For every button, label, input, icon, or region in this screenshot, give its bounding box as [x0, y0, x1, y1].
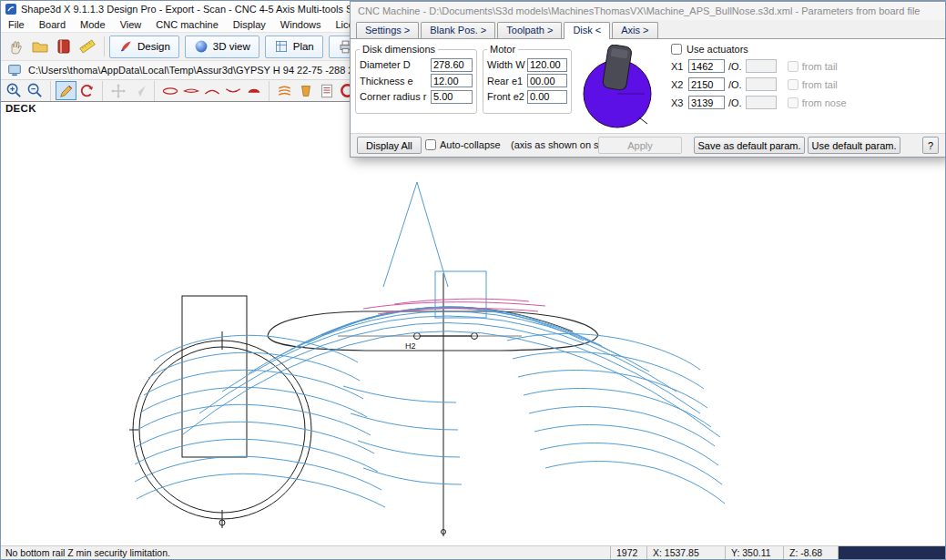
actuators-section: Use actuators X1 /O. from tail X2 /O. [671, 44, 847, 109]
sphere-icon [194, 39, 209, 54]
x1-from-tail-label: from tail [802, 61, 838, 72]
disk-dimensions-legend: Disk dimensions [360, 44, 438, 55]
corner-radius-field[interactable] [431, 90, 473, 104]
zoom-in-icon[interactable] [4, 81, 25, 100]
rotate-icon[interactable] [76, 81, 97, 100]
x3-from-nose-checkbox: from nose [788, 97, 847, 108]
save-default-button[interactable]: Save as default param. [694, 137, 805, 154]
tab-blank-pos[interactable]: Blank Pos. > [421, 22, 495, 38]
x2-offset-field [746, 77, 777, 91]
menu-display[interactable]: Display [226, 18, 273, 31]
toolbar-separator [154, 81, 155, 101]
x2-label: X2 [671, 79, 685, 90]
pencil-icon[interactable] [56, 81, 76, 100]
x3-offset-field [746, 96, 777, 109]
x3-field[interactable] [688, 96, 725, 109]
slices-icon[interactable] [274, 81, 295, 100]
tab-settings[interactable]: Settings > [356, 22, 419, 38]
spec-sheet-icon[interactable] [316, 81, 337, 100]
design-button[interactable]: Design [109, 36, 179, 58]
width-field[interactable] [527, 58, 567, 72]
disk-dimensions-group: Disk dimensions Diameter D Thickness e C… [355, 44, 477, 114]
x1-from-tail-box [788, 61, 799, 72]
plan-button[interactable]: Plan [265, 36, 323, 58]
x2-field[interactable] [688, 77, 725, 91]
x2-separator: /O. [728, 79, 742, 90]
corner-radius-label: Corner radius r [360, 91, 426, 102]
status-z-coordinate: Z: -8.68 [783, 546, 838, 559]
x3-from-nose-box [788, 97, 799, 108]
thickness-label: Thickness e [360, 76, 413, 87]
rocker-view-icon[interactable] [201, 81, 222, 100]
menu-cnc-machine[interactable]: CNC machine [148, 18, 225, 31]
tab-axis[interactable]: Axis > [612, 22, 657, 38]
menu-view[interactable]: View [113, 18, 149, 31]
tab-disk[interactable]: Disk < [564, 22, 610, 39]
plan-icon [274, 39, 289, 54]
x1-from-tail-checkbox: from tail [788, 61, 838, 72]
folder-icon[interactable] [28, 35, 52, 58]
auto-collapse-label: Auto-collapse [440, 139, 501, 150]
width-label: Width W [487, 59, 525, 70]
rear-e1-label: Rear e1 [487, 76, 523, 87]
diameter-field[interactable] [431, 58, 473, 72]
menu-board[interactable]: Board [32, 18, 73, 31]
x1-separator: /O. [728, 61, 742, 72]
auto-collapse-box[interactable] [425, 139, 436, 150]
zoom-out-icon[interactable] [25, 81, 46, 100]
thickness-field[interactable] [431, 74, 473, 87]
arc-view-icon[interactable] [222, 81, 243, 100]
board-drawing: H2 [1, 102, 945, 545]
app-icon [5, 4, 16, 15]
diameter-label: Diameter D [360, 59, 411, 70]
halfmoon-icon[interactable] [243, 81, 264, 100]
use-actuators-label: Use actuators [687, 44, 748, 55]
disk-preview-image [579, 45, 656, 130]
hand-icon[interactable] [5, 35, 28, 58]
display-all-button[interactable]: Display All [357, 137, 422, 154]
help-button[interactable]: ? [922, 137, 939, 154]
status-x-coordinate: X: 1537.85 [646, 546, 725, 559]
x2-from-tail-label: from tail [802, 79, 838, 90]
menu-mode[interactable]: Mode [73, 18, 113, 31]
use-actuators-box[interactable] [671, 44, 682, 55]
actuator-row-x3: X3 /O. from nose [671, 96, 847, 109]
status-count: 1972 [610, 546, 646, 559]
tab-toolpath[interactable]: Toolpath > [497, 22, 562, 38]
plane-icon [128, 81, 149, 100]
view-label: DECK [5, 103, 36, 114]
dialog-titlebar: CNC Machine - D:\Documents\S3d models\Ma… [351, 2, 946, 20]
computer-icon [6, 62, 23, 78]
x1-field[interactable] [688, 59, 725, 73]
notebook-icon[interactable] [52, 35, 76, 58]
design-canvas[interactable]: H2 [1, 101, 945, 545]
profile-view-icon[interactable] [180, 81, 201, 100]
cup-icon[interactable] [295, 81, 316, 100]
actuator-row-x1: X1 /O. from tail [671, 59, 847, 73]
x2-from-tail-checkbox: from tail [788, 79, 838, 90]
motor-legend: Motor [487, 44, 518, 55]
auto-collapse-checkbox[interactable]: Auto-collapse [425, 139, 501, 150]
dimension-label: H2 [405, 341, 416, 351]
design-button-label: Design [137, 41, 170, 52]
front-e2-field[interactable] [527, 90, 567, 104]
menu-windows[interactable]: Windows [273, 18, 329, 31]
x2-from-tail-box [788, 79, 799, 90]
use-actuators-checkbox[interactable]: Use actuators [671, 44, 847, 55]
status-filler [838, 546, 945, 559]
toolbar-separator [104, 36, 105, 56]
cnc-machine-dialog: CNC Machine - D:\Documents\S3d models\Ma… [350, 1, 946, 158]
menu-file[interactable]: File [1, 18, 32, 31]
dialog-tabs: Settings > Blank Pos. > Toolpath > Disk … [351, 20, 946, 39]
plan-button-label: Plan [293, 41, 314, 52]
status-message: No bottom rail Z min security limitation… [1, 546, 610, 559]
view-3d-button[interactable]: 3D view [185, 36, 259, 58]
outline-view-icon[interactable] [159, 81, 180, 100]
use-default-button[interactable]: Use default param. [808, 137, 900, 154]
rear-e1-field[interactable] [527, 74, 567, 87]
ruler-icon[interactable] [76, 35, 99, 58]
toolbar-separator [269, 81, 270, 101]
apply-button: Apply [598, 137, 682, 154]
view-3d-button-label: 3D view [213, 41, 250, 52]
x3-separator: /O. [728, 97, 742, 108]
